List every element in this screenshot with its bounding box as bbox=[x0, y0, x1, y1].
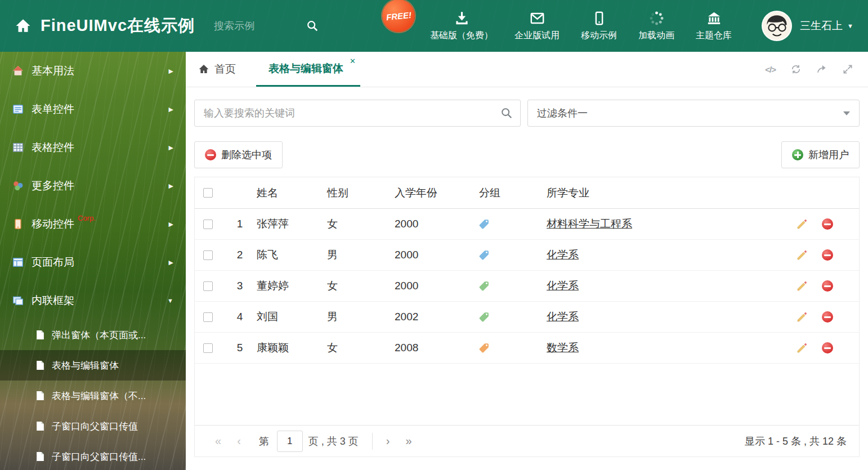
tab-home[interactable]: 首页 bbox=[186, 52, 248, 87]
cell-name: 陈飞 bbox=[257, 248, 327, 262]
edit-icon[interactable] bbox=[796, 218, 808, 230]
close-icon[interactable]: ✕ bbox=[350, 57, 356, 65]
nav-loading-animation[interactable]: 加载动画 bbox=[638, 11, 674, 42]
sidebar: 基本用法 ▶ 表单控件 ▶ 表格控件 ▶ 更多控件 ▶ 移动控件 Corp. ▶… bbox=[0, 52, 186, 470]
edit-icon[interactable] bbox=[796, 280, 808, 292]
edit-icon[interactable] bbox=[796, 342, 808, 354]
chevron-right-icon: ▶ bbox=[169, 221, 173, 228]
delete-icon[interactable] bbox=[822, 249, 833, 261]
sidebar-item-more-controls[interactable]: 更多控件 ▶ bbox=[0, 167, 186, 205]
keyword-search-input[interactable] bbox=[194, 100, 521, 127]
cell-year: 2000 bbox=[395, 249, 479, 261]
sidebar-item-basic-usage[interactable]: 基本用法 ▶ bbox=[0, 52, 186, 90]
first-page-button[interactable]: « bbox=[207, 435, 229, 447]
major-link[interactable]: 化学系 bbox=[547, 279, 579, 293]
header-nav: 基础版（免费） 企业版试用 移动示例 加载动画 主题仓库 bbox=[419, 11, 742, 42]
tag-icon bbox=[479, 219, 489, 229]
nav-enterprise-trial[interactable]: 企业版试用 bbox=[514, 11, 560, 42]
row-checkbox[interactable] bbox=[203, 343, 213, 353]
refresh-icon[interactable] bbox=[790, 64, 802, 75]
major-link[interactable]: 化学系 bbox=[547, 248, 579, 262]
form-icon bbox=[12, 104, 24, 115]
home-icon[interactable] bbox=[15, 17, 32, 34]
sidebar-subitem-grid-edit-window[interactable]: 表格与编辑窗体 bbox=[0, 350, 186, 381]
filter-dropdown[interactable]: 过滤条件一 bbox=[527, 100, 860, 127]
table-row: 4 刘国 男 2002 化学系 bbox=[195, 302, 859, 333]
search-icon[interactable] bbox=[306, 20, 319, 32]
header-search bbox=[214, 20, 319, 32]
delete-icon[interactable] bbox=[822, 311, 833, 323]
row-number: 5 bbox=[223, 342, 257, 354]
major-link[interactable]: 化学系 bbox=[547, 310, 579, 324]
sidebar-subitem-popup-window[interactable]: 弹出窗体（本页面或... bbox=[0, 320, 186, 350]
column-header-year[interactable]: 入学年份 bbox=[395, 186, 479, 200]
column-header-gender[interactable]: 性别 bbox=[327, 186, 395, 200]
table-row: 3 董婷婷 女 2000 化学系 bbox=[195, 271, 859, 302]
delete-icon[interactable] bbox=[822, 342, 833, 353]
table-row: 5 康颖颖 女 2008 数学系 bbox=[195, 333, 859, 364]
share-icon[interactable] bbox=[816, 64, 827, 75]
nav-mobile-demo[interactable]: 移动示例 bbox=[581, 11, 617, 42]
add-user-button[interactable]: 新增用户 bbox=[781, 141, 860, 168]
edit-icon[interactable] bbox=[796, 249, 808, 261]
prev-page-button[interactable]: ‹ bbox=[229, 435, 249, 447]
user-name: 三生石上 bbox=[800, 19, 843, 33]
file-icon bbox=[36, 360, 44, 370]
row-checkbox[interactable] bbox=[203, 281, 213, 291]
column-header-name[interactable]: 姓名 bbox=[257, 186, 327, 200]
search-icon[interactable] bbox=[500, 107, 513, 119]
major-link[interactable]: 数学系 bbox=[547, 341, 579, 355]
source-code-icon[interactable]: </> bbox=[765, 65, 776, 74]
sidebar-item-page-layout[interactable]: 页面布局 ▶ bbox=[0, 243, 186, 281]
pager-divider bbox=[372, 433, 373, 450]
avatar[interactable] bbox=[762, 11, 792, 41]
page-number-input[interactable] bbox=[277, 431, 303, 452]
sidebar-subitem-child-to-parent-2[interactable]: 子窗口向父窗口传值... bbox=[0, 441, 186, 470]
sidebar-item-mobile-controls[interactable]: 移动控件 Corp. ▶ bbox=[0, 205, 186, 243]
download-icon bbox=[454, 11, 469, 26]
sidebar-item-iframe[interactable]: 内联框架 ▼ bbox=[0, 281, 186, 320]
next-page-button[interactable]: › bbox=[378, 435, 398, 447]
table-header-row: 姓名 性别 入学年份 分组 所学专业 bbox=[195, 177, 859, 209]
tag-icon bbox=[479, 343, 489, 353]
user-menu[interactable]: 三生石上 ▼ bbox=[800, 19, 853, 33]
delete-selected-button[interactable]: 删除选中项 bbox=[194, 141, 283, 168]
sidebar-item-grid-controls[interactable]: 表格控件 ▶ bbox=[0, 128, 186, 167]
mobile-icon bbox=[12, 218, 24, 230]
major-link[interactable]: 材料科学与工程系 bbox=[547, 217, 632, 231]
row-checkbox[interactable] bbox=[203, 220, 213, 229]
cell-gender: 女 bbox=[327, 279, 395, 293]
file-icon bbox=[36, 451, 44, 462]
cell-gender: 男 bbox=[327, 248, 395, 262]
row-number: 4 bbox=[223, 311, 257, 323]
nav-basic-edition[interactable]: 基础版（免费） bbox=[430, 11, 493, 42]
tab-grid-edit-window[interactable]: 表格与编辑窗体 ✕ bbox=[256, 52, 360, 87]
tag-icon bbox=[479, 312, 489, 322]
chevron-right-icon: ▶ bbox=[169, 68, 173, 75]
header-search-input[interactable] bbox=[214, 20, 298, 32]
tag-icon bbox=[479, 250, 489, 260]
table-row: 2 陈飞 男 2000 化学系 bbox=[195, 240, 859, 271]
row-checkbox[interactable] bbox=[203, 312, 213, 322]
sidebar-item-form-controls[interactable]: 表单控件 ▶ bbox=[0, 90, 186, 128]
sidebar-subitem-grid-edit-window-2[interactable]: 表格与编辑窗体（不... bbox=[0, 381, 186, 411]
delete-icon[interactable] bbox=[822, 218, 833, 230]
select-all-checkbox[interactable] bbox=[203, 188, 213, 198]
edit-icon[interactable] bbox=[796, 311, 808, 323]
free-badge: FREE! bbox=[382, 0, 415, 32]
file-icon bbox=[36, 391, 44, 401]
column-header-group[interactable]: 分组 bbox=[479, 186, 547, 200]
column-header-major[interactable]: 所学专业 bbox=[547, 186, 796, 200]
delete-icon[interactable] bbox=[822, 280, 833, 292]
last-page-button[interactable]: » bbox=[397, 435, 419, 447]
chevron-right-icon: ▶ bbox=[169, 144, 173, 151]
file-icon bbox=[36, 421, 44, 431]
expand-icon[interactable] bbox=[842, 64, 853, 75]
sidebar-subitem-child-to-parent[interactable]: 子窗口向父窗口传值 bbox=[0, 411, 186, 441]
filter-bar: 过滤条件一 bbox=[194, 100, 860, 127]
nav-theme-store[interactable]: 主题仓库 bbox=[696, 11, 732, 42]
tab-label: 首页 bbox=[214, 62, 236, 77]
row-checkbox[interactable] bbox=[203, 250, 213, 260]
bank-icon bbox=[706, 11, 722, 26]
chevron-right-icon: ▶ bbox=[169, 259, 173, 266]
